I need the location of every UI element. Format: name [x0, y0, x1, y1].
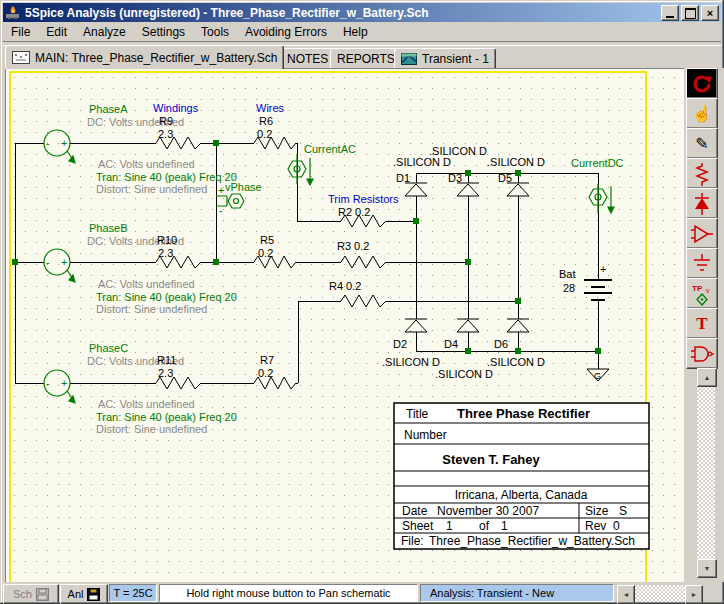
- schematic-label[interactable]: R9: [159, 115, 173, 127]
- currentac-arrowhead: [307, 179, 313, 185]
- schematic-label[interactable]: R5: [260, 234, 274, 246]
- junction: [213, 259, 219, 265]
- schematic-label[interactable]: +: [61, 256, 67, 268]
- schematic-label[interactable]: Bat: [559, 268, 576, 280]
- schematic-label[interactable]: .SILICON D: [393, 156, 451, 168]
- battery[interactable]: [584, 280, 612, 300]
- vertical-scrollbar[interactable]: ▲ ▼: [697, 368, 715, 578]
- vphase-probe[interactable]: [228, 194, 244, 208]
- schematic-label[interactable]: Tran: Sine 40 (peak) Freq 20: [96, 291, 237, 303]
- schematic-label[interactable]: .SILICON D: [382, 356, 440, 368]
- schematic-label[interactable]: D5: [498, 172, 512, 184]
- resistor-tool-button[interactable]: [686, 158, 718, 189]
- menu-help[interactable]: Help: [335, 23, 376, 41]
- tab-transient[interactable]: Transient - 1: [394, 48, 496, 69]
- titleblock-sheet-label: Sheet: [402, 519, 434, 533]
- schematic-label[interactable]: D6: [494, 338, 508, 350]
- schematic-label[interactable]: D4: [444, 338, 458, 350]
- save-schematic-button[interactable]: Sch: [3, 584, 59, 604]
- schematic-label[interactable]: 2.3: [158, 247, 173, 259]
- tab-transient-label: Transient - 1: [422, 52, 489, 66]
- schematic-label[interactable]: AC: Volts undefined: [98, 158, 195, 170]
- schematic-label[interactable]: vPhase: [225, 181, 262, 193]
- schematic-label[interactable]: PhaseC: [89, 342, 128, 354]
- schematic-label[interactable]: Distort: Sine undefined: [96, 303, 207, 315]
- tab-main-schematic[interactable]: MAIN: Three_Phase_Rectifier_w_Battery.Sc…: [5, 45, 284, 69]
- test-point-tool-button[interactable]: TP v: [686, 278, 718, 309]
- scroll-left-button[interactable]: ◄: [617, 585, 635, 604]
- schematic-label[interactable]: CurrentAC: [304, 143, 356, 155]
- junction: [595, 348, 601, 354]
- scroll-up-button[interactable]: ▲: [697, 368, 717, 387]
- redraw-screen-button[interactable]: [686, 68, 718, 99]
- menu-tools[interactable]: Tools: [193, 23, 237, 41]
- menu-analyze[interactable]: Analyze: [75, 23, 134, 41]
- schematic-label[interactable]: 0.2: [258, 247, 273, 259]
- schematic-label[interactable]: 2.3: [158, 367, 173, 379]
- schematic-label[interactable]: -: [219, 204, 223, 216]
- schematic-label[interactable]: D1: [396, 172, 410, 184]
- schematic-label[interactable]: R2 0.2: [338, 206, 370, 218]
- schematic-label[interactable]: Tran: Sine 40 (peak) Freq 20: [96, 411, 237, 423]
- schematic-label[interactable]: .SILICON D: [487, 356, 545, 368]
- schematic-label[interactable]: G: [594, 371, 601, 381]
- schematic-label[interactable]: Distort: Sine undefined: [96, 423, 207, 435]
- menu-file[interactable]: File: [3, 23, 38, 41]
- schematic-label[interactable]: PhaseA: [89, 103, 128, 115]
- schematic-label[interactable]: -: [46, 137, 50, 149]
- menu-settings[interactable]: Settings: [134, 23, 193, 41]
- schematic-label[interactable]: 28: [563, 282, 575, 294]
- schematic-label[interactable]: D3: [448, 172, 462, 184]
- menu-avoiding-errors[interactable]: Avoiding Errors: [237, 23, 335, 41]
- schematic-label[interactable]: +: [61, 137, 67, 149]
- schematic-label[interactable]: R11: [157, 354, 176, 366]
- schematic-label[interactable]: Wires: [256, 102, 285, 114]
- schematic-label[interactable]: R10: [157, 234, 177, 246]
- opamp-tool-button[interactable]: [686, 218, 718, 249]
- maximize-button[interactable]: [681, 5, 699, 21]
- schematic-label[interactable]: .SILICON D: [487, 156, 545, 168]
- schematic-label[interactable]: -: [46, 377, 50, 389]
- save-analysis-button[interactable]: Anl: [60, 584, 108, 604]
- schematic-label[interactable]: R6: [259, 115, 273, 127]
- schematic-label[interactable]: 0.2: [258, 367, 273, 379]
- menu-edit[interactable]: Edit: [38, 23, 75, 41]
- schematic-label[interactable]: R7: [260, 354, 274, 366]
- horizontal-scrollbar[interactable]: ◄ ►: [617, 585, 703, 602]
- minimize-button[interactable]: [661, 5, 679, 21]
- logic-gate-tool-button[interactable]: [686, 338, 718, 369]
- schematic-label[interactable]: Trim Resistors: [328, 193, 399, 205]
- schematic-label[interactable]: 2.3: [158, 128, 173, 140]
- schematic-label[interactable]: AC: Volts undefined: [98, 398, 195, 410]
- schematic-label[interactable]: D2: [393, 338, 407, 350]
- text-tool-button[interactable]: T: [686, 308, 718, 339]
- diodes[interactable]: [405, 183, 529, 332]
- schematic-label[interactable]: R3 0.2: [337, 240, 369, 252]
- scroll-right-button[interactable]: ►: [685, 585, 703, 604]
- wire-pencil-button[interactable]: ✎: [686, 128, 718, 159]
- schematic-label[interactable]: +: [61, 377, 67, 389]
- tab-reports[interactable]: REPORTS: [330, 48, 402, 69]
- titleblock-number-label: Number: [404, 428, 447, 442]
- schematic-label[interactable]: +: [218, 184, 224, 196]
- power-source-tool-button[interactable]: [686, 248, 718, 279]
- schematic-label[interactable]: -: [46, 256, 50, 268]
- titleblock-title-label: Title: [406, 407, 429, 421]
- scroll-down-button[interactable]: ▼: [697, 559, 717, 578]
- hand-tool-button[interactable]: ☝: [686, 98, 718, 129]
- close-button[interactable]: ×: [701, 5, 719, 21]
- schematic-label[interactable]: 0.2: [257, 128, 272, 140]
- schematic-label[interactable]: AC: Volts undefined: [98, 278, 195, 290]
- schematic-label[interactable]: +: [600, 263, 606, 275]
- schematic-label[interactable]: CurrentDC: [571, 157, 624, 169]
- diode-tool-button[interactable]: [686, 188, 718, 219]
- schematic-canvas[interactable]: PhaseADC: Volts undefinedAC: Volts undef…: [5, 68, 685, 583]
- diode-icon: [690, 191, 714, 217]
- schematic-label[interactable]: R4 0.2: [329, 280, 361, 292]
- schematic-label[interactable]: PhaseB: [89, 222, 128, 234]
- app-window: 5Spice Analysis (unregistered) - Three_P…: [0, 0, 724, 604]
- schematic-label[interactable]: Windings: [153, 102, 199, 114]
- schematic-label[interactable]: .SILICON D: [435, 368, 493, 380]
- schematic-label[interactable]: Distort: Sine undefined: [96, 183, 207, 195]
- schematic-label[interactable]: Tran: Sine 40 (peak) Freq 20: [96, 171, 237, 183]
